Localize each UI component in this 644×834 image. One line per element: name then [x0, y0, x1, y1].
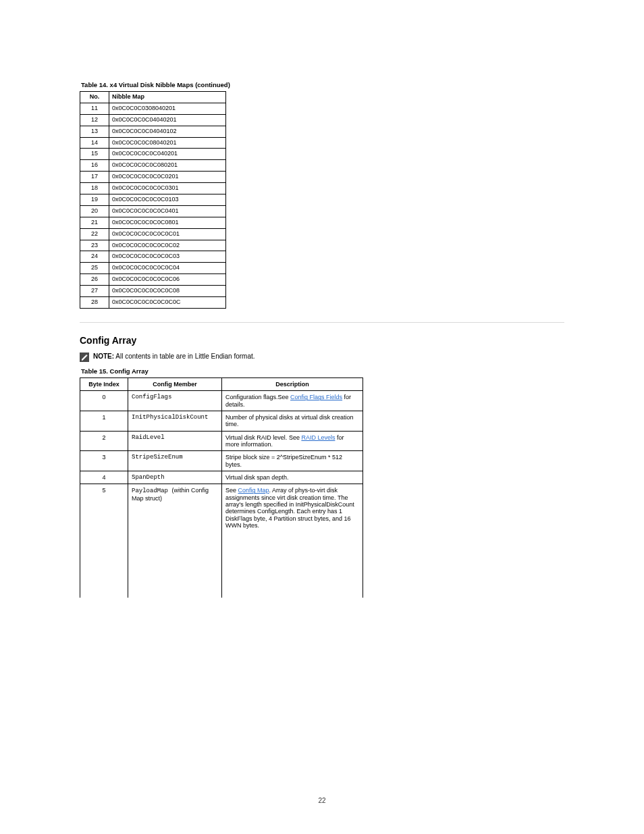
nibble-row-map: 0x0C0C0C0C0C040201: [109, 149, 226, 160]
config-row-member: SpanDepth: [128, 471, 222, 484]
table14-caption: Table 14. x4 Virtual Disk Nibble Maps (c…: [80, 81, 564, 91]
desc-text-see: See: [289, 434, 302, 441]
desc-text-see: See: [278, 394, 291, 400]
nibble-row-map: 0x0C0C0C0C04040201: [109, 114, 226, 126]
table-row: 250x0C0C0C0C0C0C0C04: [80, 263, 226, 274]
nibble-row-index: 13: [80, 126, 109, 137]
config-row-byte-index: 4: [80, 471, 128, 484]
table-row: 2RaidLevelVirtual disk RAID level. See R…: [80, 431, 363, 451]
nibble-row-map: 0x0C0C0C0C0C0C0401: [109, 205, 226, 217]
note-text: NOTE: All contents in table are in Littl…: [93, 353, 255, 360]
table-row: 140x0C0C0C0C08040201: [80, 137, 226, 149]
table-row: 280x0C0C0C0C0C0C0C0C: [80, 297, 226, 309]
config-row-byte-index: 2: [80, 431, 128, 451]
config-row-description: Number of physical disks at virtual disk…: [222, 411, 363, 431]
nibble-row-map: 0x0C0C0C0C0C080201: [109, 160, 226, 172]
config-row-description: See Config Map. Array of phys-to-virt di…: [222, 484, 363, 598]
config-row-byte-index: 0: [80, 391, 128, 411]
config-row-member: StripeSizeEnum: [128, 451, 222, 471]
config-row-byte-index: 5: [80, 484, 128, 598]
nibble-row-map: 0x0C0C0C0C0C0C0801: [109, 217, 226, 228]
nibble-row-index: 21: [80, 217, 109, 228]
table-row: 260x0C0C0C0C0C0C0C06: [80, 274, 226, 286]
page-number: 22: [318, 797, 325, 804]
nibble-row-index: 18: [80, 183, 109, 194]
table-row: 170x0C0C0C0C0C0C0201: [80, 172, 226, 183]
nibble-row-map: 0x0C0C0C0C08040201: [109, 137, 226, 149]
table-row: 1InitPhysicalDiskCountNumber of physical…: [80, 411, 363, 431]
nibble-row-map: 0x0C0C0C0C0C0C0201: [109, 172, 226, 183]
nibble-row-index: 25: [80, 263, 109, 274]
nibble-row-map: 0x0C0C0C0C0C0C0C0C: [109, 297, 226, 309]
nibble-row-index: 28: [80, 297, 109, 309]
internal-link[interactable]: Config Flags Fields: [290, 394, 342, 400]
table-row: 220x0C0C0C0C0C0C0C01: [80, 228, 226, 240]
table-row: 3StripeSizeEnumStripe block size = 2^Str…: [80, 451, 363, 471]
config-member-name: PayloadMap: [132, 488, 168, 494]
nibble-row-map: 0x0C0C0C0C0C0C0C02: [109, 240, 226, 251]
desc-text-pre: Configuration flags.: [225, 394, 278, 400]
nibble-row-map: 0x0C0C0C0C0C0C0C01: [109, 228, 226, 240]
nibble-row-map: 0x0C0C0C0C0C0C0C08: [109, 286, 226, 297]
nibble-row-map: 0x0C0C0C0C0C0C0C06: [109, 274, 226, 286]
config-row-description: Stripe block size = 2^StripeSizeEnum * 5…: [222, 451, 363, 471]
table-row: 5PayloadMap (within Config Map struct)Se…: [80, 484, 363, 598]
table-row: 230x0C0C0C0C0C0C0C02: [80, 240, 226, 251]
nibble-row-index: 27: [80, 286, 109, 297]
config-row-byte-index: 3: [80, 451, 128, 471]
note-label: NOTE:: [93, 353, 114, 360]
nibble-row-map: 0x0C0C0C0C0C0C0103: [109, 194, 226, 206]
nibble-row-map: 0x0C0C0C0C0C0C0C04: [109, 263, 226, 274]
table-row: 190x0C0C0C0C0C0C0103: [80, 194, 226, 206]
nibble-row-index: 23: [80, 240, 109, 251]
table14-header-map: Nibble Map: [109, 92, 226, 103]
nibble-row-map: 0x0C0C0C0308040201: [109, 103, 226, 114]
table-row: 160x0C0C0C0C0C080201: [80, 160, 226, 172]
table-row: 270x0C0C0C0C0C0C0C08: [80, 286, 226, 297]
section-title-config-array: Config Array: [80, 335, 564, 346]
nibble-row-index: 19: [80, 194, 109, 206]
table15-header-byte-index: Byte Index: [80, 377, 128, 390]
table-row: 150x0C0C0C0C0C040201: [80, 149, 226, 160]
nibble-row-index: 17: [80, 172, 109, 183]
table14-header-no: No.: [80, 92, 109, 103]
config-row-byte-index: 1: [80, 411, 128, 431]
nibble-row-index: 14: [80, 137, 109, 149]
config-row-description: Configuration flags.See Config Flags Fie…: [222, 391, 363, 411]
table15-config-array: Byte Index Config Member Description 0Co…: [80, 377, 363, 598]
internal-link[interactable]: RAID Levels: [301, 434, 335, 441]
config-row-member: RaidLevel: [128, 431, 222, 451]
section-divider: [80, 322, 564, 323]
nibble-row-map: 0x0C0C0C0C0C0C0301: [109, 183, 226, 194]
internal-link[interactable]: Config Map: [238, 487, 269, 494]
desc-text-pre: See: [225, 487, 238, 494]
table-row: 4SpanDepthVirtual disk span depth.: [80, 471, 363, 484]
table-row: 180x0C0C0C0C0C0C0301: [80, 183, 226, 194]
table-row: 240x0C0C0C0C0C0C0C03: [80, 251, 226, 263]
nibble-row-index: 16: [80, 160, 109, 172]
table15-caption: Table 15. Config Array: [80, 366, 564, 377]
nibble-row-index: 22: [80, 228, 109, 240]
table15-header-description: Description: [222, 377, 363, 390]
config-row-member: ConfigFlags: [128, 391, 222, 411]
pencil-note-icon: [80, 353, 89, 362]
table-row: 210x0C0C0C0C0C0C0801: [80, 217, 226, 228]
table-row: 130x0C0C0C0C04040102: [80, 126, 226, 137]
table-row: 200x0C0C0C0C0C0C0401: [80, 205, 226, 217]
desc-text-pre: Virtual disk RAID level.: [225, 434, 289, 441]
config-row-description: Virtual disk RAID level. See RAID Levels…: [222, 431, 363, 451]
nibble-row-index: 15: [80, 149, 109, 160]
config-row-member: InitPhysicalDiskCount: [128, 411, 222, 431]
nibble-row-index: 11: [80, 103, 109, 114]
nibble-row-index: 20: [80, 205, 109, 217]
table-row: 0ConfigFlagsConfiguration flags.See Conf…: [80, 391, 363, 411]
nibble-row-map: 0x0C0C0C0C0C0C0C03: [109, 251, 226, 263]
table-row: 110x0C0C0C0308040201: [80, 103, 226, 114]
nibble-row-index: 12: [80, 114, 109, 126]
nibble-row-index: 24: [80, 251, 109, 263]
nibble-row-index: 26: [80, 274, 109, 286]
config-row-member: PayloadMap (within Config Map struct): [128, 484, 222, 598]
table14-nibble-maps: No. Nibble Map 110x0C0C0C0308040201120x0…: [80, 91, 226, 309]
note-line: NOTE: All contents in table are in Littl…: [80, 353, 564, 362]
nibble-row-map: 0x0C0C0C0C04040102: [109, 126, 226, 137]
